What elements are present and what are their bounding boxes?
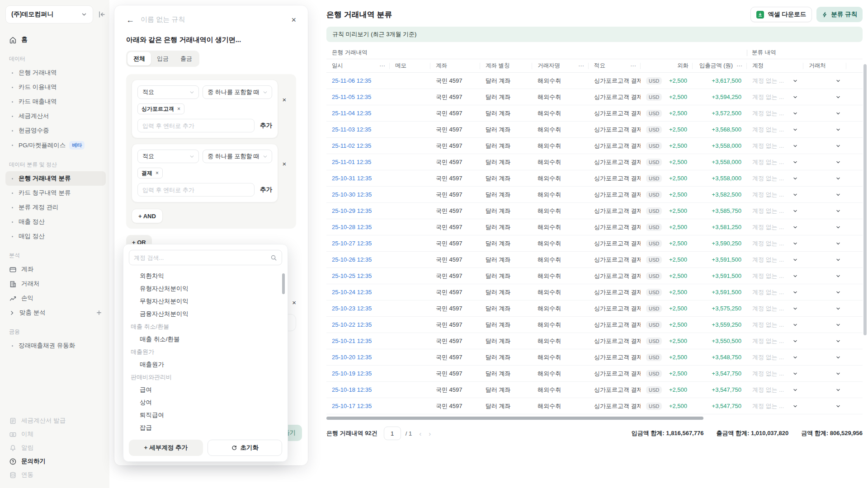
cell-category-select[interactable]: 계정 없는 ... bbox=[747, 174, 803, 183]
cell-vendor-select[interactable] bbox=[803, 273, 846, 279]
account-option[interactable]: 금융자산처분이익 bbox=[123, 308, 288, 320]
sidebar-item[interactable]: 카드 매출내역 bbox=[5, 94, 106, 109]
cell-vendor-select[interactable] bbox=[803, 404, 846, 409]
prev-page-icon[interactable]: ‹ bbox=[419, 430, 421, 437]
cell-vendor-select[interactable] bbox=[803, 355, 846, 360]
direction-tab[interactable]: 입금 bbox=[151, 52, 175, 66]
account-option[interactable]: 매출 취소/환불 bbox=[123, 320, 288, 333]
cell-datetime[interactable]: 25-10-23 12:35 bbox=[326, 305, 390, 312]
cell-datetime[interactable]: 25-10-29 12:35 bbox=[326, 207, 390, 214]
sidebar-item-support[interactable]: 문의하기 bbox=[5, 455, 106, 468]
account-option[interactable]: 퇴직급여 bbox=[123, 409, 288, 422]
cell-vendor-select[interactable] bbox=[803, 111, 846, 116]
cell-datetime[interactable]: 25-11-05 12:35 bbox=[326, 94, 390, 100]
cell-vendor-select[interactable] bbox=[803, 225, 846, 230]
sidebar-item-securitization[interactable]: 장래매출채권 유동화 bbox=[5, 338, 106, 353]
cell-vendor-select[interactable] bbox=[803, 176, 846, 181]
cell-category-select[interactable]: 계정 없는 ... bbox=[747, 239, 803, 248]
sidebar-item-profit[interactable]: 손익 bbox=[5, 291, 106, 305]
cell-datetime[interactable]: 25-11-02 12:35 bbox=[326, 142, 390, 149]
cell-datetime[interactable]: 25-10-25 12:35 bbox=[326, 272, 390, 279]
cell-datetime[interactable]: 25-11-04 12:35 bbox=[326, 110, 390, 117]
add-keyword-button[interactable]: 추가 bbox=[260, 186, 272, 194]
cell-category-select[interactable]: 계정 없는 ... bbox=[747, 272, 803, 280]
sidebar-item-tax-invoice-issue[interactable]: 세금계산서 발급 bbox=[5, 414, 106, 427]
close-icon[interactable]: × bbox=[291, 16, 296, 24]
account-option[interactable]: 판매비와관리비 bbox=[123, 371, 288, 384]
page-input[interactable] bbox=[384, 427, 401, 440]
sidebar-item[interactable]: 매입 정산 bbox=[5, 229, 106, 244]
account-option[interactable]: 외환차익 bbox=[123, 270, 288, 282]
sidebar-item-accounts[interactable]: 계좌 bbox=[5, 262, 106, 277]
sidebar-item[interactable]: 세금계산서 bbox=[5, 109, 106, 123]
cell-category-select[interactable]: 계정 없는 ... bbox=[747, 370, 803, 378]
cell-datetime[interactable]: 25-11-06 12:35 bbox=[326, 77, 390, 84]
cell-vendor-select[interactable] bbox=[803, 192, 846, 197]
cell-category-select[interactable]: 계정 없는 ... bbox=[747, 126, 803, 134]
add-and-condition-button[interactable]: + AND bbox=[132, 209, 163, 223]
sidebar-item[interactable]: 분류 계정 관리 bbox=[5, 200, 106, 215]
account-option[interactable]: 매출 취소/환불 bbox=[123, 333, 288, 346]
cell-datetime[interactable]: 25-10-19 12:35 bbox=[326, 370, 390, 377]
add-detail-account-button[interactable]: + 세부계정 추가 bbox=[129, 440, 203, 456]
cell-vendor-select[interactable] bbox=[803, 338, 846, 344]
cell-category-select[interactable]: 계정 없는 ... bbox=[747, 142, 803, 150]
cell-category-select[interactable]: 계정 없는 ... bbox=[747, 353, 803, 361]
remove-condition-icon[interactable]: × bbox=[278, 144, 291, 202]
cell-category-select[interactable]: 계정 없는 ... bbox=[747, 402, 803, 410]
cell-vendor-select[interactable] bbox=[803, 257, 846, 263]
cell-vendor-select[interactable] bbox=[803, 322, 846, 328]
excel-download-button[interactable]: 엑셀 다운로드 bbox=[750, 7, 812, 22]
cell-vendor-select[interactable] bbox=[803, 160, 846, 165]
cell-datetime[interactable]: 25-10-20 12:35 bbox=[326, 354, 390, 361]
cell-vendor-select[interactable] bbox=[803, 241, 846, 246]
classification-rules-button[interactable]: 분류 규칙 bbox=[816, 7, 863, 22]
condition-field-select[interactable]: 적요 bbox=[137, 150, 199, 163]
sidebar-item[interactable]: 카드 청구내역 분류 bbox=[5, 186, 106, 200]
cell-datetime[interactable]: 25-10-30 12:35 bbox=[326, 191, 390, 198]
direction-tab[interactable]: 전체 bbox=[127, 52, 151, 66]
cell-datetime[interactable]: 25-10-18 12:35 bbox=[326, 386, 390, 393]
cell-category-select[interactable]: 계정 없는 ... bbox=[747, 93, 803, 101]
keyword-input[interactable] bbox=[137, 183, 255, 197]
column-menu-icon[interactable]: ⋯ bbox=[578, 62, 585, 69]
cell-vendor-select[interactable] bbox=[803, 78, 846, 84]
company-selector[interactable]: (주)데모컴퍼니 bbox=[5, 5, 93, 23]
cell-category-select[interactable]: 계정 없는 ... bbox=[747, 256, 803, 264]
remove-condition-icon[interactable]: × bbox=[278, 80, 291, 138]
sidebar-item[interactable]: PG/마켓플레이스 베타 bbox=[5, 138, 106, 153]
horizontal-scrollbar-thumb[interactable] bbox=[326, 417, 703, 420]
sidebar-item[interactable]: 은행 거래내역 분류 bbox=[5, 171, 106, 186]
direction-tab[interactable]: 출금 bbox=[175, 52, 198, 66]
sidebar-item[interactable]: 은행 거래내역 bbox=[5, 66, 106, 80]
back-icon[interactable]: ← bbox=[126, 16, 134, 24]
condition-field-select[interactable]: 적요 bbox=[137, 85, 199, 99]
cell-datetime[interactable]: 25-10-22 12:35 bbox=[326, 321, 390, 328]
remove-keyword-icon[interactable]: × bbox=[156, 170, 159, 176]
sidebar-item-transfer[interactable]: 이체 bbox=[5, 427, 106, 441]
cell-category-select[interactable]: 계정 없는 ... bbox=[747, 223, 803, 231]
cell-category-select[interactable]: 계정 없는 ... bbox=[747, 337, 803, 345]
cell-category-select[interactable]: 계정 없는 ... bbox=[747, 191, 803, 199]
column-menu-icon[interactable]: ⋯ bbox=[736, 62, 743, 69]
cell-vendor-select[interactable] bbox=[803, 290, 846, 295]
cell-category-select[interactable]: 계정 없는 ... bbox=[747, 321, 803, 329]
account-option[interactable]: 무형자산처분이익 bbox=[123, 295, 288, 308]
next-page-icon[interactable]: › bbox=[429, 430, 431, 437]
condition-operator-select[interactable]: 중 하나를 포함할 때 bbox=[203, 85, 272, 99]
cell-datetime[interactable]: 25-10-24 12:35 bbox=[326, 289, 390, 296]
account-search-input[interactable] bbox=[134, 254, 267, 261]
account-option[interactable]: 복리후생비 bbox=[123, 434, 288, 435]
sidebar-item-home[interactable]: 홈 bbox=[5, 33, 106, 47]
cell-datetime[interactable]: 25-10-31 12:35 bbox=[326, 175, 390, 182]
cell-datetime[interactable]: 25-10-27 12:35 bbox=[326, 240, 390, 247]
remove-account-row-icon[interactable]: × bbox=[292, 299, 296, 306]
account-option[interactable]: 매출원가 bbox=[123, 346, 288, 358]
cell-vendor-select[interactable] bbox=[803, 94, 846, 100]
cell-category-select[interactable]: 계정 없는 ... bbox=[747, 158, 803, 166]
cell-category-select[interactable]: 계정 없는 ... bbox=[747, 288, 803, 296]
cell-category-select[interactable]: 계정 없는 ... bbox=[747, 77, 803, 85]
add-custom-analysis-icon[interactable] bbox=[96, 310, 102, 316]
cell-vendor-select[interactable] bbox=[803, 143, 846, 149]
cell-vendor-select[interactable] bbox=[803, 208, 846, 214]
